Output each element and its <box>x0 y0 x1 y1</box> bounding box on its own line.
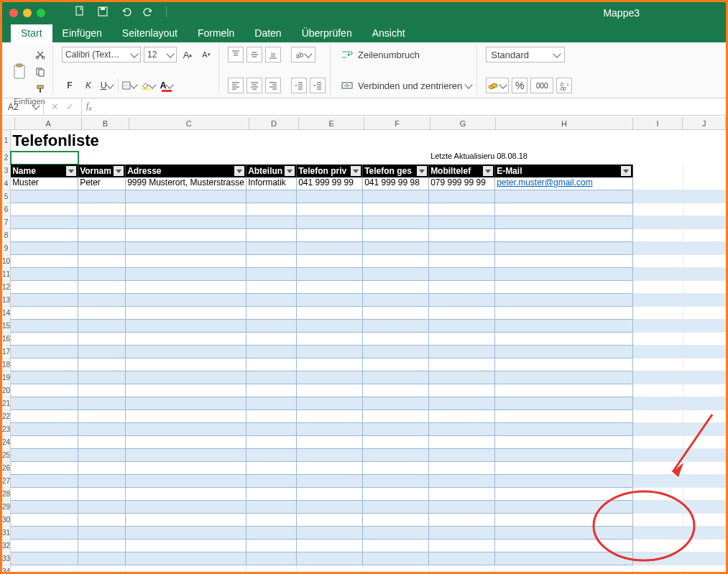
table-cell[interactable] <box>429 436 495 449</box>
cell[interactable] <box>633 320 683 333</box>
table-cell[interactable] <box>495 436 633 449</box>
table-cell[interactable] <box>11 307 78 320</box>
table-cell[interactable] <box>363 501 429 514</box>
row-header[interactable]: 18 <box>2 358 10 371</box>
table-cell[interactable] <box>11 320 78 333</box>
cell[interactable] <box>297 152 363 165</box>
table-cell[interactable] <box>429 281 495 294</box>
table-cell[interactable] <box>78 552 126 565</box>
table-cell[interactable] <box>11 462 78 475</box>
col-header[interactable]: H <box>496 117 633 129</box>
table-cell[interactable] <box>78 216 126 229</box>
table-cell[interactable] <box>11 358 78 371</box>
table-cell[interactable] <box>11 527 78 540</box>
font-color-button[interactable]: A <box>159 78 175 93</box>
cell[interactable] <box>683 242 726 255</box>
table-cell[interactable] <box>297 320 363 333</box>
cell[interactable] <box>683 358 726 371</box>
cell[interactable] <box>683 527 726 540</box>
table-cell[interactable] <box>429 268 495 281</box>
table-cell[interactable] <box>297 488 363 501</box>
table-cell[interactable] <box>246 242 297 255</box>
table-cell[interactable]: Muster <box>11 177 78 190</box>
table-cell[interactable] <box>126 436 246 449</box>
increase-font-button[interactable]: A▴ <box>180 47 195 63</box>
sheet-title[interactable]: Telefonliste <box>11 130 226 152</box>
table-cell[interactable] <box>246 307 297 320</box>
table-cell[interactable] <box>495 527 633 540</box>
filter-button[interactable] <box>234 166 244 176</box>
table-cell[interactable] <box>297 190 363 203</box>
cell[interactable] <box>78 152 126 165</box>
table-cell[interactable] <box>495 320 633 333</box>
table-cell[interactable] <box>297 540 363 552</box>
table-cell[interactable] <box>246 320 297 333</box>
table-cell[interactable] <box>246 346 297 358</box>
table-cell[interactable] <box>126 527 246 540</box>
row-header[interactable]: 25 <box>2 449 10 462</box>
ribbon-tab-einfuegen[interactable]: Einfügen <box>52 24 112 42</box>
table-cell[interactable] <box>429 346 495 358</box>
table-cell[interactable] <box>495 371 633 384</box>
row-header[interactable]: 31 <box>2 527 10 540</box>
table-cell[interactable] <box>363 397 429 410</box>
table-cell[interactable] <box>297 475 363 488</box>
paste-button[interactable] <box>11 63 29 81</box>
table-cell[interactable] <box>363 190 429 203</box>
table-cell[interactable] <box>495 307 633 320</box>
table-cell[interactable] <box>126 488 246 501</box>
align-left-button[interactable] <box>228 78 244 93</box>
table-cell[interactable] <box>297 255 363 268</box>
table-cell[interactable] <box>11 501 78 514</box>
table-cell[interactable] <box>429 190 495 203</box>
table-cell[interactable] <box>429 307 495 320</box>
cancel-formula-button[interactable]: ✕ <box>51 101 59 112</box>
border-button[interactable] <box>121 78 137 93</box>
cell[interactable] <box>495 565 633 572</box>
cell[interactable] <box>683 190 726 203</box>
table-cell[interactable] <box>495 255 633 268</box>
table-cell[interactable] <box>11 216 78 229</box>
filter-button[interactable] <box>66 166 76 176</box>
table-cell[interactable] <box>11 540 78 552</box>
cut-button[interactable] <box>32 47 48 63</box>
cell[interactable] <box>683 281 726 294</box>
redo-icon[interactable] <box>143 6 155 20</box>
cell[interactable] <box>633 333 683 346</box>
cell[interactable] <box>683 449 726 462</box>
ribbon-tab-formeln[interactable]: Formeln <box>188 24 244 42</box>
row-header[interactable]: 11 <box>2 268 10 281</box>
row-header[interactable]: 21 <box>2 397 10 410</box>
row-header[interactable]: 9 <box>2 242 10 255</box>
cell[interactable] <box>246 565 297 572</box>
cell[interactable] <box>633 436 683 449</box>
save-icon[interactable] <box>97 6 109 20</box>
cell[interactable] <box>683 565 726 572</box>
table-cell[interactable] <box>246 229 297 242</box>
cell[interactable] <box>126 152 246 165</box>
table-cell[interactable] <box>297 229 363 242</box>
cell[interactable] <box>633 552 683 565</box>
table-cell[interactable] <box>11 346 78 358</box>
row-header[interactable]: 14 <box>2 307 10 320</box>
table-cell[interactable] <box>126 384 246 397</box>
col-header[interactable]: J <box>683 117 726 129</box>
table-cell[interactable] <box>126 540 246 552</box>
cell[interactable] <box>683 294 726 307</box>
table-cell[interactable] <box>78 190 126 203</box>
row-header[interactable]: 8 <box>2 229 10 242</box>
cell[interactable] <box>683 540 726 552</box>
cell[interactable] <box>683 307 726 320</box>
table-header[interactable]: Vornam <box>78 165 126 177</box>
minimize-window-button[interactable] <box>23 9 32 17</box>
table-cell[interactable] <box>429 475 495 488</box>
table-cell[interactable] <box>495 229 633 242</box>
table-cell[interactable] <box>363 410 429 423</box>
increase-decimal-button[interactable]: .0.00 <box>556 78 572 93</box>
table-cell[interactable] <box>246 423 297 436</box>
bold-button[interactable]: F <box>62 78 78 93</box>
table-cell[interactable] <box>78 475 126 488</box>
table-cell[interactable] <box>246 475 297 488</box>
table-cell[interactable] <box>11 423 78 436</box>
table-cell[interactable] <box>78 333 126 346</box>
